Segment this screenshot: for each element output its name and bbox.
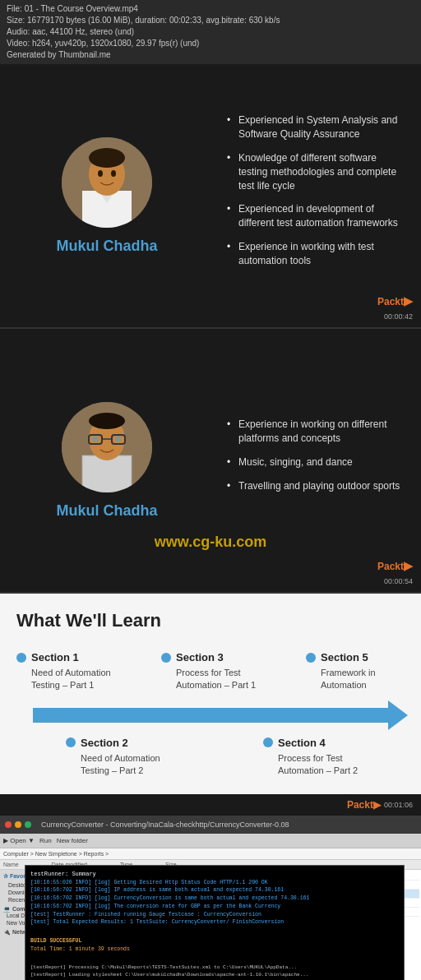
watermark: www.cg-ku.com [155, 534, 266, 551]
section1-label: Section 1 [16, 651, 79, 663]
bullet-item: Knowledge of different software testing … [227, 151, 408, 192]
slide-panel-2: Mukul Chadha Experience in working on di… [0, 329, 421, 592]
learn-title: What We'll Learn [16, 610, 405, 631]
svg-point-6 [111, 170, 116, 177]
section5-label: Section 5 [306, 651, 368, 663]
slide2-bullets: Experience in working on different platf… [227, 418, 408, 502]
section-item-2: Section 2 Need of Automation Testing – P… [66, 737, 164, 778]
packt-logo-2: Packt▶ [377, 559, 413, 572]
bullet-item: Travelling and playing outdoor sports [227, 479, 408, 493]
sections-container: Section 1 Need of Automation Testing – P… [16, 651, 405, 794]
win-title: CurrencyConverter - Converting/InaCala-c… [41, 821, 289, 829]
svg-point-4 [89, 148, 125, 168]
win-topbar: CurrencyConverter - Converting/InaCala-c… [0, 816, 421, 834]
svg-point-5 [98, 170, 103, 177]
timestamp-3: 00:01:06 [384, 801, 413, 809]
section2-label: Section 2 [66, 737, 128, 749]
section5-desc: Framework in Automation [306, 667, 405, 692]
slide1-left: Mukul Chadha [0, 64, 214, 327]
bullet-item: Experience in working with test automati… [227, 240, 408, 268]
section4-num: Section 4 [278, 737, 326, 749]
section2-dot [66, 737, 76, 747]
slide1-right: Experienced in System Analysis and Softw… [214, 64, 421, 327]
terminal-output: [10:16:55:020 INFO] [log] Getting Desire… [30, 879, 399, 980]
bullet-item: Experience in working on different platf… [227, 418, 408, 446]
win-close[interactable] [5, 821, 12, 828]
svg-point-15 [115, 436, 122, 442]
learn-footer: Packt▶ 00:01:06 [0, 794, 421, 816]
breadcrumb-bar: Computer > New Simpletone > Reports > [0, 848, 421, 860]
section5-dot [306, 653, 316, 663]
build-success: BUILD SUCCESSFUL [30, 937, 399, 945]
terminal-overlay: testRunner: Summary [10:16:55:020 INFO] … [25, 865, 405, 980]
top-sections: Section 1 Need of Automation Testing – P… [16, 651, 405, 692]
speaker-name-2: Mukul Chadha [56, 502, 157, 520]
bullet-item: Experienced in development of different … [227, 202, 408, 230]
avatar-2 [62, 402, 152, 492]
section-item-5: Section 5 Framework in Automation [306, 651, 405, 692]
terminal-section: CurrencyConverter - Converting/InaCala-c… [0, 816, 421, 980]
speaker-name-1: Mukul Chadha [56, 238, 157, 255]
file-info-bar: File: 01 - The Course Overview.mp4 Size:… [0, 0, 421, 64]
section-item-1: Section 1 Need of Automation Testing – P… [16, 651, 115, 692]
section4-label: Section 4 [263, 737, 326, 749]
section-item-4: Section 4 Process for Test Automation – … [263, 737, 362, 778]
section1-num: Section 1 [31, 651, 79, 663]
learn-section: What We'll Learn Section 1 Need of Autom… [0, 594, 421, 794]
section3-num: Section 3 [176, 651, 224, 663]
section2-desc: Need of Automation Testing – Part 2 [66, 752, 164, 778]
packt-logo-3: Packt▶ [347, 799, 381, 811]
slide2-right: Experience in working on different platf… [214, 329, 421, 592]
section5-num: Section 5 [321, 651, 368, 663]
section3-dot [161, 653, 171, 663]
section-item-3: Section 3 Process for Test Automation – … [161, 651, 260, 692]
slide-panel-1: Mukul Chadha Experienced in System Analy… [0, 64, 421, 327]
packt-logo-1: Packt▶ [377, 294, 413, 307]
svg-rect-8 [82, 455, 132, 492]
bullet-item: Music, singing, and dance [227, 455, 408, 469]
timestamp-2: 00:00:54 [384, 577, 413, 585]
avatar-1 [62, 137, 152, 228]
bullet-item: Experienced in System Analysis and Softw… [227, 113, 408, 141]
terminal-title: testRunner: Summary [30, 871, 399, 877]
timestamp-1: 00:00:42 [384, 312, 413, 321]
section4-desc: Process for Test Automation – Part 2 [263, 752, 362, 778]
arrow-head [388, 700, 408, 730]
arrow-row [16, 700, 405, 730]
section4-dot [263, 737, 273, 747]
svg-point-14 [92, 436, 99, 442]
section1-desc: Need of Automation Testing – Part 1 [16, 667, 115, 692]
win-min[interactable] [15, 821, 21, 828]
section3-desc: Process for Test Automation – Part 1 [161, 667, 260, 692]
slide2-left: Mukul Chadha [0, 329, 214, 592]
section3-label: Section 3 [161, 651, 224, 663]
section1-dot [16, 653, 26, 663]
bottom-sections: Section 2 Need of Automation Testing – P… [16, 737, 405, 778]
svg-point-13 [89, 413, 125, 429]
slide1-bullets: Experienced in System Analysis and Softw… [227, 113, 408, 277]
win-max[interactable] [25, 821, 31, 828]
section2-num: Section 2 [81, 737, 128, 749]
arrow-bar [33, 708, 396, 723]
explorer-toolbar: ▶ Open ▼ Run New folder [0, 834, 421, 848]
